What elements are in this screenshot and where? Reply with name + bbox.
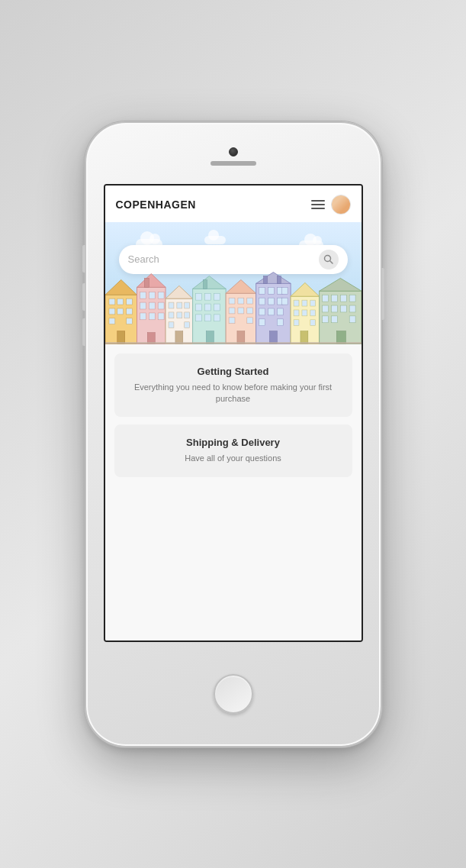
svg-rect-19 <box>140 302 146 309</box>
svg-rect-6 <box>126 298 132 305</box>
svg-rect-104 <box>105 342 362 344</box>
getting-started-title: Getting Started <box>198 366 269 377</box>
phone-top <box>86 123 381 184</box>
svg-rect-30 <box>184 302 189 308</box>
svg-rect-70 <box>268 298 274 305</box>
svg-rect-43 <box>195 304 201 311</box>
hamburger-button[interactable] <box>311 200 325 209</box>
svg-rect-87 <box>294 319 299 325</box>
svg-marker-91 <box>319 278 361 291</box>
svg-marker-38 <box>192 276 225 289</box>
header-actions <box>311 195 351 215</box>
svg-rect-100 <box>322 315 328 322</box>
svg-rect-24 <box>158 312 164 319</box>
svg-rect-4 <box>108 298 114 305</box>
app-header: COPENHAGEN <box>105 186 362 222</box>
svg-rect-21 <box>158 302 164 309</box>
svg-marker-80 <box>291 282 320 296</box>
svg-rect-11 <box>126 318 132 324</box>
svg-marker-51 <box>226 279 256 293</box>
app-title: COPENHAGEN <box>116 198 196 211</box>
svg-rect-94 <box>340 295 346 302</box>
svg-rect-57 <box>246 308 252 314</box>
svg-rect-15 <box>144 278 149 287</box>
svg-rect-82 <box>301 300 307 306</box>
svg-rect-92 <box>322 295 328 302</box>
svg-rect-46 <box>195 314 201 321</box>
svg-rect-96 <box>322 305 328 312</box>
svg-rect-97 <box>331 305 337 312</box>
svg-rect-59 <box>246 317 252 323</box>
svg-rect-69 <box>259 298 265 305</box>
svg-rect-8 <box>117 308 123 314</box>
hamburger-line-2 <box>311 204 325 205</box>
search-bar[interactable]: Search <box>119 245 348 274</box>
svg-rect-33 <box>184 311 189 318</box>
hamburger-line-1 <box>311 200 325 202</box>
svg-rect-9 <box>126 308 132 314</box>
svg-rect-64 <box>277 276 281 283</box>
getting-started-card[interactable]: Getting Started Everything you need to k… <box>114 353 352 418</box>
svg-rect-74 <box>268 308 274 315</box>
buildings-illustration <box>105 272 362 344</box>
svg-rect-89 <box>300 331 307 344</box>
avatar-image <box>332 195 350 214</box>
svg-rect-31 <box>169 311 174 318</box>
shipping-delivery-title: Shipping & Delivery <box>186 437 280 448</box>
svg-rect-53 <box>237 298 243 304</box>
svg-rect-84 <box>294 309 299 315</box>
svg-rect-77 <box>277 318 283 325</box>
svg-rect-52 <box>229 298 235 304</box>
home-button[interactable] <box>214 674 253 714</box>
svg-rect-55 <box>229 308 235 314</box>
svg-rect-45 <box>214 304 220 311</box>
search-placeholder: Search <box>128 253 319 265</box>
speaker <box>211 161 256 166</box>
hero-banner: Search <box>105 222 362 344</box>
svg-rect-44 <box>204 304 211 311</box>
svg-line-1 <box>330 261 333 264</box>
svg-rect-73 <box>259 308 265 315</box>
svg-rect-102 <box>349 315 355 322</box>
shipping-delivery-card[interactable]: Shipping & Delivery Have all of your que… <box>114 424 352 476</box>
svg-rect-85 <box>301 309 307 315</box>
content-area: Getting Started Everything you need to k… <box>105 344 362 641</box>
svg-rect-34 <box>169 321 174 328</box>
svg-rect-98 <box>340 305 346 312</box>
svg-rect-23 <box>149 312 155 319</box>
search-svg <box>323 254 333 264</box>
svg-rect-48 <box>214 314 220 321</box>
svg-rect-17 <box>149 292 155 298</box>
svg-rect-93 <box>331 295 337 302</box>
svg-rect-28 <box>169 302 174 308</box>
svg-rect-12 <box>117 331 124 344</box>
svg-rect-72 <box>281 298 288 305</box>
svg-rect-25 <box>147 332 155 344</box>
svg-rect-49 <box>206 331 214 344</box>
search-icon[interactable] <box>319 250 339 269</box>
svg-rect-83 <box>310 300 315 306</box>
svg-rect-16 <box>140 292 146 298</box>
svg-rect-36 <box>175 331 182 344</box>
phone-bottom <box>214 642 253 746</box>
svg-rect-81 <box>294 300 299 306</box>
svg-rect-78 <box>269 331 277 344</box>
svg-rect-66 <box>268 287 274 294</box>
svg-rect-40 <box>195 293 201 300</box>
svg-rect-5 <box>117 298 123 305</box>
hamburger-line-3 <box>311 208 325 209</box>
svg-rect-54 <box>246 298 252 304</box>
svg-rect-42 <box>214 293 220 300</box>
svg-rect-68 <box>281 287 288 294</box>
cloud-2 <box>204 236 226 244</box>
svg-rect-75 <box>277 308 283 315</box>
svg-rect-7 <box>108 308 114 314</box>
svg-marker-3 <box>105 279 137 295</box>
avatar[interactable] <box>331 195 351 215</box>
svg-rect-65 <box>259 287 265 294</box>
svg-rect-18 <box>158 292 164 298</box>
svg-rect-101 <box>331 315 337 322</box>
svg-rect-58 <box>229 317 235 323</box>
phone-frame: COPENHAGEN Sea <box>85 121 382 747</box>
svg-rect-20 <box>149 302 155 309</box>
